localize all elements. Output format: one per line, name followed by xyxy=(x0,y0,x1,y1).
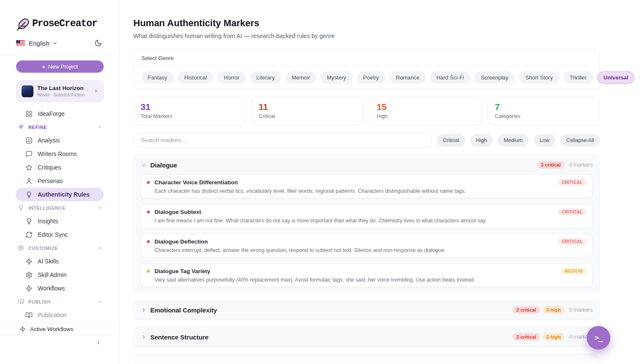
stat-categories: 7 Categories xyxy=(488,97,600,125)
sidebar-item-editor-sync[interactable]: Editor Sync xyxy=(0,228,119,241)
dark-mode-toggle[interactable] xyxy=(93,38,103,48)
sidebar-section-label: INTELLIGENCE xyxy=(28,205,66,211)
book-icon xyxy=(18,298,24,305)
category-header-sentence-structure[interactable]: Sentence Structure 2 critical 2 high 4 m… xyxy=(134,327,599,347)
sidebar-item-label: IdeaForge xyxy=(38,110,65,117)
chevron-down-icon[interactable] xyxy=(52,40,58,46)
sidebar-item-skill-admin[interactable]: Skill Admin xyxy=(0,268,119,282)
genre-chip-horror[interactable]: Horror xyxy=(218,71,246,84)
book-icon xyxy=(25,312,33,319)
terminal-fab-button[interactable]: >_ xyxy=(587,326,610,350)
category-title: Emotional Complexity xyxy=(150,307,217,314)
language-row: English xyxy=(0,38,119,48)
app-window: ProseCreator English + New Project The L… xyxy=(0,0,640,364)
project-title: The Last Horizon xyxy=(37,85,90,91)
sidebar-item-authenticity-rules[interactable]: Authenticity Rules xyxy=(16,188,104,201)
markers-count: 4 markers xyxy=(569,162,593,168)
main-content: Human Authenticity Markers What distingu… xyxy=(120,0,640,364)
category-badges: 2 critical 3 high 5 markers xyxy=(513,306,593,314)
page-subtitle: What distinguishes human writing from AI… xyxy=(133,33,600,39)
severity-badge: CRITICAL xyxy=(558,208,586,216)
collapse-sidebar-icon[interactable] xyxy=(95,339,102,346)
sidebar-section-refine[interactable]: REFINE xyxy=(0,120,119,134)
genre-chip-thriller[interactable]: Thriller xyxy=(563,71,593,84)
marker-title: Dialogue Deflection xyxy=(154,238,208,245)
new-project-button[interactable]: + New Project xyxy=(16,60,104,73)
high-count-badge: 2 high xyxy=(543,333,564,341)
sidebar-item-workflows[interactable]: Workflows xyxy=(0,282,119,295)
markers-count: 5 markers xyxy=(569,307,593,313)
sidebar-item-insights[interactable]: Insights xyxy=(0,214,119,228)
brand-name: ProseCreator xyxy=(32,18,97,29)
marker-dialogue-deflection[interactable]: Dialogue Deflection CRITICAL Characters … xyxy=(141,234,593,257)
sidebar-section-label: REFINE xyxy=(28,125,47,130)
stat-label: Critical xyxy=(259,113,356,119)
filter-low-button[interactable]: Low xyxy=(534,134,555,147)
marker-header: Dialogue Deflection CRITICAL xyxy=(147,238,586,245)
sidebar-item-critiques[interactable]: Critiques xyxy=(0,161,119,174)
severity-dot-icon xyxy=(147,240,150,243)
category-header-emotional-complexity[interactable]: Emotional Complexity 2 critical 3 high 5… xyxy=(134,300,599,320)
close-icon[interactable] xyxy=(94,88,99,94)
marker-description: Vary said alternatives purposefully (40%… xyxy=(147,277,586,283)
category-emotional-complexity: Emotional Complexity 2 critical 3 high 5… xyxy=(133,300,600,320)
genre-chip-literary[interactable]: Literary xyxy=(250,71,281,84)
marker-description: Each character has distinct verbal tics,… xyxy=(147,188,586,194)
marker-header: Dialogue Subtext CRITICAL xyxy=(147,208,586,216)
markers-toolbar: Critical High Medium Low Collapse All xyxy=(133,132,600,148)
stat-total-markers: 31 Total Markers xyxy=(133,97,246,125)
sidebar-item-writers-rooms[interactable]: Writers Rooms xyxy=(0,147,119,161)
active-workflows-button[interactable]: Active Workflows xyxy=(0,323,119,335)
page-title: Human Authenticity Markers xyxy=(133,18,600,29)
genre-panel-label: Select Genre xyxy=(134,50,599,66)
genre-chip-mystery[interactable]: Mystery xyxy=(320,71,353,84)
filter-medium-button[interactable]: Medium xyxy=(498,134,528,147)
filter-critical-button[interactable]: Critical xyxy=(437,134,465,147)
sidebar-item-ideaforge[interactable]: IdeaForge xyxy=(0,107,119,120)
collapse-all-button[interactable]: Collapse All xyxy=(560,134,600,147)
sidebar-item-personas[interactable]: Personas xyxy=(0,174,119,188)
genre-chip-fantasy[interactable]: Fantasy xyxy=(141,71,174,84)
sidebar-section-customize[interactable]: CUSTOMIZE xyxy=(0,241,119,255)
sidebar-item-ai-skills[interactable]: AI Skills xyxy=(0,255,119,268)
stat-label: High xyxy=(377,113,474,119)
sidebar-item-analysis[interactable]: Analysis xyxy=(0,134,119,147)
genre-chip-universal-selected[interactable]: Universal xyxy=(597,71,635,84)
marker-title: Dialogue Subtext xyxy=(154,209,201,215)
genre-chip-poetry[interactable]: Poetry xyxy=(357,71,386,84)
marker-dialogue-tag-variety[interactable]: Dialogue Tag Variety MEDIUM Vary said al… xyxy=(141,263,593,287)
lightbulb-icon xyxy=(18,205,24,211)
genre-chip-short-story[interactable]: Short Story xyxy=(519,71,559,84)
stat-critical: 11 Critical xyxy=(251,97,364,125)
gear-icon xyxy=(18,245,24,251)
current-project-card[interactable]: The Last Horizon Novel · Science Fiction xyxy=(16,80,104,102)
language-label[interactable]: English xyxy=(29,40,50,47)
lightbulb-icon xyxy=(25,191,33,198)
filter-high-button[interactable]: High xyxy=(470,134,493,147)
chevron-down-icon xyxy=(97,205,102,211)
sidebar-item-publication[interactable]: Publication xyxy=(0,308,119,322)
genre-chip-list: Fantasy Historical Horror Literary Memoi… xyxy=(134,66,599,89)
sidebar-section-intelligence[interactable]: INTELLIGENCE xyxy=(0,201,119,214)
category-badges: 3 critical 4 markers xyxy=(538,161,593,169)
severity-dot-icon xyxy=(147,181,150,184)
genre-chip-screenplay[interactable]: Screenplay xyxy=(474,71,515,84)
search-input[interactable] xyxy=(133,132,432,148)
marker-title: Dialogue Tag Variety xyxy=(154,268,210,274)
genre-chip-historical[interactable]: Historical xyxy=(178,71,213,84)
genre-chip-romance[interactable]: Romance xyxy=(389,71,426,84)
sidebar-item-label: Critiques xyxy=(38,164,61,171)
critical-count-badge: 3 critical xyxy=(538,161,564,169)
brand-logo: ProseCreator xyxy=(0,0,119,30)
sidebar-section-publish[interactable]: PUBLISH xyxy=(0,295,119,308)
marker-description: Characters interrupt, deflect, answer th… xyxy=(147,247,586,253)
category-header-dialogue[interactable]: Dialogue 3 critical 4 markers xyxy=(134,155,599,175)
sidebar-item-label: Editor Sync xyxy=(38,231,68,238)
genre-chip-memoir[interactable]: Memoir xyxy=(285,71,316,84)
marker-dialogue-subtext[interactable]: Dialogue Subtext CRITICAL I am fine mean… xyxy=(141,204,593,228)
sync-icon xyxy=(25,231,33,238)
marker-character-voice-differentiation[interactable]: Character Voice Differentiation CRITICAL… xyxy=(141,175,593,198)
genre-chip-hard-sci-fi[interactable]: Hard Sci-Fi xyxy=(430,71,470,84)
sidebar-divider xyxy=(0,55,119,55)
stat-value: 15 xyxy=(377,102,474,112)
